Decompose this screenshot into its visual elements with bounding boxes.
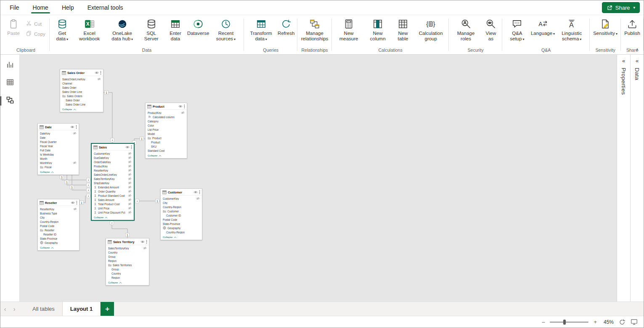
table-card-header[interactable]: Sales Territory [106,238,149,245]
zoom-out-button[interactable]: – [542,319,545,325]
field-row-group[interactable]: Group [106,267,149,271]
field-row-country-region[interactable]: Country-Region [161,205,202,209]
field-row-channel[interactable]: Channel [60,81,103,85]
collapse-table-toggle[interactable]: Collapse [92,215,134,220]
tab-all-tables[interactable]: All tables [25,302,62,316]
field-row-fiscal[interactable]: Fiscal [38,165,79,169]
field-row-sales-orders[interactable]: Sales Orders [60,94,103,98]
field-row-list-price[interactable]: List Price [146,127,187,132]
field-row-resellerkey[interactable]: ResellerKey [92,168,134,172]
report-view-button[interactable] [0,59,20,72]
field-row-order-quantity[interactable]: ΣOrder Quantity [92,189,134,193]
field-row-full-date[interactable]: Full Date [38,148,79,152]
field-row-salesorderlinekey[interactable]: SalesOrderLineKey [92,172,134,177]
kebab-menu-icon[interactable] [184,104,185,108]
kebab-menu-icon[interactable] [131,145,132,149]
ribbon-button-view-as[interactable]: View as [482,17,500,42]
field-row-city[interactable]: City [161,201,202,205]
field-row-reseller-id[interactable]: Reseller ID [38,232,79,236]
field-row-model[interactable]: Model [146,132,187,136]
eye-icon[interactable] [178,105,183,108]
field-row-color[interactable]: Color [146,123,187,127]
field-row-group[interactable]: Group [106,254,149,259]
model-table-sales-order[interactable]: Sales OrderSalesOrderLineKeyChannelSales… [60,69,103,112]
field-row-salesterritorykey[interactable]: SalesTerritoryKey [106,246,149,250]
reset-zoom-button[interactable] [619,319,625,325]
ribbon-button-language[interactable]: ALanguage▾ [531,17,555,38]
model-table-product[interactable]: ProductProductKeyfxCalculated columnCate… [145,103,187,159]
ribbon-button-sql-server[interactable]: SQL Server [139,17,164,42]
ribbon-button-onelake-data-hub[interactable]: OneLake data hub▾ [106,17,138,43]
ribbon-button-cut[interactable]: Cut [24,19,48,28]
field-row-geography[interactable]: Geography [161,226,202,230]
table-card-header[interactable]: Date [38,124,79,130]
field-row-product-standard-cost[interactable]: ΣProduct Standard Cost [92,193,134,198]
ribbon-button-excel-workbook[interactable]: XExcel workbook [74,17,106,42]
relationship-line-sales-order-sales[interactable] [103,93,112,143]
collapse-table-toggle[interactable]: Collapse [60,107,103,112]
field-row-customer-id[interactable]: Customer ID [161,213,202,217]
field-row-fiscal-year[interactable]: Fiscal Year [38,144,79,148]
kebab-menu-icon[interactable] [76,125,77,129]
menu-file[interactable]: File [3,0,26,15]
eye-icon[interactable] [193,190,198,194]
properties-pane-collapsed[interactable]: « Properties [617,55,630,302]
menu-external-tools[interactable]: External tools [81,0,130,15]
model-table-date[interactable]: DateDateKeyDateFiscal QuarterFiscal Year… [37,123,79,175]
field-row-product[interactable]: Product [146,140,187,144]
field-row-customer[interactable]: Customer [161,209,202,213]
fit-to-screen-button[interactable] [631,319,638,325]
field-row-business-type[interactable]: Business Type [38,211,79,215]
field-row-productkey[interactable]: ProductKey [92,164,134,168]
field-row-customerkey[interactable]: CustomerKey [92,151,134,156]
field-row-category[interactable]: Category [146,119,187,123]
field-row-region[interactable]: Region [106,259,149,263]
menu-home[interactable]: Home [26,0,55,15]
model-table-sales[interactable]: SalesCustomerKeyDueDateKeyOrderDateKeyPr… [91,143,134,220]
field-row-fiscal-quarter[interactable]: Fiscal Quarter [38,140,79,144]
field-row-salesterritorykey[interactable]: SalesTerritoryKey [92,177,134,181]
field-row-reseller[interactable]: Reseller [38,228,79,232]
kebab-menu-icon[interactable] [100,71,101,75]
table-card-header[interactable]: Sales Order [60,69,103,76]
field-row-calculated-column[interactable]: fxCalculated column [146,115,187,119]
field-row-resellerkey[interactable]: ResellerKey [38,207,79,211]
ribbon-button-manage-roles[interactable]: Manage roles [451,17,481,42]
field-row-month[interactable]: Month [38,156,79,161]
table-card-header[interactable]: Customer [161,189,202,196]
eye-icon[interactable] [95,71,99,74]
table-view-button[interactable] [0,77,20,90]
tab-layout-1[interactable]: Layout 1 [62,302,101,316]
field-row-sales-territories[interactable]: Sales Territories [106,263,149,267]
field-row-product[interactable]: Product [146,136,187,140]
field-row-customerkey[interactable]: CustomerKey [161,196,202,201]
kebab-menu-icon[interactable] [199,190,200,194]
field-row-standard-cost[interactable]: Standard Cost [146,148,187,153]
ribbon-button-get-data[interactable]: Get data▾ [52,17,73,43]
model-canvas[interactable]: 1*1*1*1*1*1*1*1* Sales OrderSalesOrderLi… [20,55,617,302]
field-row-state-province[interactable]: State-Province [161,222,202,226]
ribbon-button-copy[interactable]: Copy [24,29,48,38]
expand-properties-pane-icon[interactable]: « [622,58,625,63]
field-row-datekey[interactable]: DateKey [38,131,79,135]
model-table-customer[interactable]: CustomerCustomerKeyCityCountry-RegionCus… [160,188,202,240]
relationship-line-sales-territory-sales[interactable] [112,220,127,238]
field-row-geography[interactable]: Geography [38,241,79,245]
model-view-button[interactable] [0,94,20,108]
field-row-sales-order-line[interactable]: Sales Order Line [60,102,103,106]
ribbon-button-linguistic-schema[interactable]: ALinguistic schema▾ [556,17,588,43]
field-row-is-weekday[interactable]: Is Weekday [38,152,79,156]
ribbon-button-refresh[interactable]: Refresh [277,17,295,37]
ribbon-button-paste[interactable]: Paste [4,17,23,37]
expand-data-pane-icon[interactable]: « [636,58,639,63]
zoom-slider[interactable] [550,322,588,323]
collapse-table-toggle[interactable]: Collapse [38,246,79,250]
field-row-duedatekey[interactable]: DueDateKey [92,156,134,160]
collapse-table-toggle[interactable]: Collapse [106,280,149,285]
model-table-sales-territory[interactable]: Sales TerritorySalesTerritoryKeyCountryG… [106,238,149,286]
ribbon-button-dataverse[interactable]: Dataverse [187,17,209,37]
ribbon-button-q-a-setup[interactable]: Q&A setup▾ [504,17,530,43]
eye-icon[interactable] [125,145,130,149]
ribbon-button-new-table[interactable]: New table [392,17,414,42]
field-row-shipdatekey[interactable]: ShipDateKey [92,181,134,185]
